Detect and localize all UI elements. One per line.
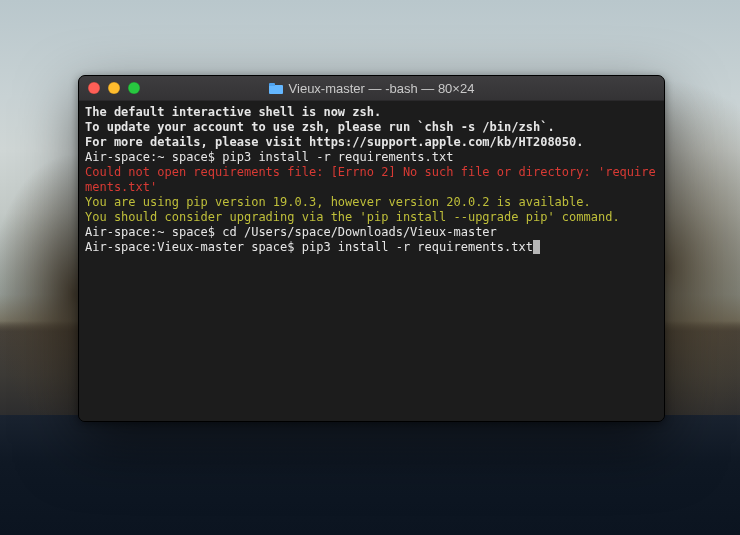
folder-icon	[269, 83, 283, 94]
close-icon[interactable]	[88, 82, 100, 94]
terminal-line: You are using pip version 19.0.3, howeve…	[85, 195, 658, 210]
terminal-line: To update your account to use zsh, pleas…	[85, 120, 658, 135]
terminal-window[interactable]: Vieux-master — -bash — 80×24 The default…	[78, 75, 665, 422]
title-wrap: Vieux-master — -bash — 80×24	[79, 81, 664, 96]
window-controls	[79, 82, 140, 94]
terminal-line: For more details, please visit https://s…	[85, 135, 658, 150]
desktop-wallpaper: Vieux-master — -bash — 80×24 The default…	[0, 0, 740, 535]
window-title: Vieux-master — -bash — 80×24	[289, 81, 475, 96]
terminal-line: Air-space:~ space$ cd /Users/space/Downl…	[85, 225, 658, 240]
terminal-line: Air-space:~ space$ pip3 install -r requi…	[85, 150, 658, 165]
terminal-body[interactable]: The default interactive shell is now zsh…	[79, 101, 664, 421]
minimize-icon[interactable]	[108, 82, 120, 94]
terminal-line: You should consider upgrading via the 'p…	[85, 210, 658, 225]
terminal-line: The default interactive shell is now zsh…	[85, 105, 658, 120]
terminal-line: Air-space:Vieux-master space$ pip3 insta…	[85, 240, 658, 255]
cursor-icon	[533, 240, 540, 254]
zoom-icon[interactable]	[128, 82, 140, 94]
terminal-line: Could not open requirements file: [Errno…	[85, 165, 658, 195]
titlebar[interactable]: Vieux-master — -bash — 80×24	[79, 76, 664, 101]
